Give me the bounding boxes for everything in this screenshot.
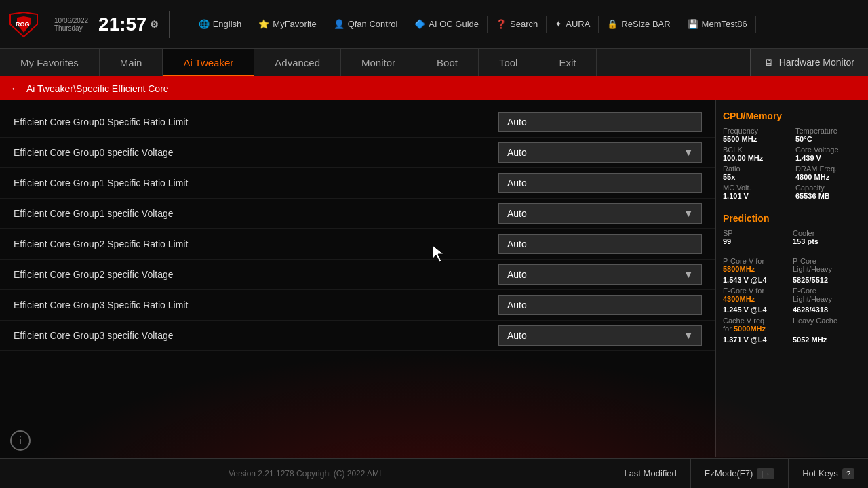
datetime-area: 10/06/2022 Thursday (54, 17, 88, 32)
ecore-v-label-area: E-Core V for 4300MHz (723, 287, 791, 303)
memtest-nav-item[interactable]: 💾 MemTest86 (679, 16, 756, 33)
hw-divider (723, 207, 861, 207)
tab-boot[interactable]: Boot (416, 49, 479, 76)
ezmode-key: |→ (757, 468, 774, 479)
sp-cooler-row: SP 99 Cooler 153 pts (723, 229, 861, 245)
qfan-nav-item[interactable]: 👤 Qfan Control (326, 16, 407, 33)
group0-voltage-value: Auto ▼ (498, 142, 702, 163)
resizebar-label: ReSize BAR (621, 19, 670, 29)
group3-voltage-dropdown[interactable]: Auto ▼ (498, 325, 702, 346)
bclk-label: BCLK 100.00 MHz (723, 146, 789, 162)
hotkeys-label: Hot Keys (802, 468, 838, 479)
group0-ratio-input[interactable]: Auto (498, 112, 702, 132)
version-text: Version 2.21.1278 Copyright (C) 2022 AMI (0, 469, 610, 479)
group1-voltage-dropdown[interactable]: Auto ▼ (498, 203, 702, 224)
dropdown-arrow-icon: ▼ (684, 269, 693, 280)
group1-voltage-value: Auto ▼ (498, 203, 702, 224)
ai-tweaker-label: Ai Tweaker (183, 57, 233, 68)
divider (169, 11, 170, 38)
setting-row-group3-voltage: Efficient Core Group3 specific Voltage A… (0, 321, 715, 351)
memtest-label: MemTest86 (702, 19, 747, 29)
myfavorite-nav-item[interactable]: ⭐ MyFavorite (250, 16, 325, 33)
frequency-label: Frequency 5500 MHz (723, 127, 789, 143)
ecore-header-row: E-Core V for 4300MHz E-Core Light/Heavy (723, 287, 861, 303)
hw-monitor-tab[interactable]: 🖥 Hardware Monitor (750, 49, 868, 76)
question-icon: ❓ (496, 19, 507, 29)
tab-main[interactable]: Main (100, 49, 163, 76)
search-nav-item[interactable]: ❓ Search (488, 16, 547, 33)
footer: Version 2.21.1278 Copyright (C) 2022 AMI… (0, 458, 868, 488)
settings-icon[interactable]: ⚙ (150, 19, 159, 30)
setting-row-group2-ratio: Efficient Core Group2 Specific Ratio Lim… (0, 229, 715, 260)
breadcrumb-path: Ai Tweaker\Specific Efficient Core (26, 83, 169, 94)
rog-logo-icon: ROG (7, 11, 41, 38)
tab-advanced[interactable]: Advanced (254, 49, 341, 76)
star-icon: ⭐ (258, 19, 269, 29)
group3-ratio-input[interactable]: Auto (498, 295, 702, 315)
temperature-label: Temperature 50°C (795, 127, 861, 143)
tab-ai-tweaker[interactable]: Ai Tweaker (163, 49, 254, 76)
hotkeys-button[interactable]: Hot Keys ? (788, 459, 868, 488)
lock-icon: 🔒 (607, 19, 618, 29)
date-display: 10/06/2022 (54, 17, 88, 24)
group0-voltage-dropdown[interactable]: Auto ▼ (498, 142, 702, 163)
aiocguide-nav-item[interactable]: 🔷 AI OC Guide (406, 16, 488, 33)
tab-monitor[interactable]: Monitor (341, 49, 416, 76)
tab-exit[interactable]: Exit (538, 49, 597, 76)
prediction-title: Prediction (723, 213, 861, 224)
pcore-header-row: P-Core V for 5800MHz P-Core Light/Heavy (723, 257, 861, 273)
setting-row-group0-ratio: Efficient Core Group0 Specific Ratio Lim… (0, 107, 715, 138)
dropdown-arrow-icon: ▼ (684, 330, 693, 341)
hw-monitor-tab-label: Hardware Monitor (779, 57, 854, 68)
memory-icon: 💾 (688, 19, 698, 29)
language-nav-item[interactable]: 🌐 English (191, 16, 251, 33)
qfan-icon: 👤 (334, 19, 344, 29)
ezmode-label: EzMode(F7) (705, 468, 753, 479)
setting-row-group2-voltage: Efficient Core Group2 specific Voltage A… (0, 260, 715, 290)
logo-area: ROG (7, 11, 41, 38)
resizebar-nav-item[interactable]: 🔒 ReSize BAR (599, 16, 679, 33)
group1-ratio-label: Efficient Core Group1 Specific Ratio Lim… (14, 178, 498, 188)
group0-voltage-label: Efficient Core Group0 specific Voltage (14, 147, 498, 158)
aiocguide-label: AI OC Guide (429, 19, 479, 29)
breadcrumb: ← Ai Tweaker\Specific Efficient Core (0, 77, 868, 100)
group1-ratio-input[interactable]: Auto (498, 173, 702, 193)
svg-text:ROG: ROG (16, 21, 30, 28)
pcore-lh-label-area: P-Core Light/Heavy (793, 257, 861, 273)
tab-my-favorites[interactable]: My Favorites (0, 49, 100, 76)
info-icon: i (19, 435, 21, 446)
pcore-volt-value: 1.543 V @L4 (723, 276, 791, 284)
group0-ratio-value: Auto (498, 112, 702, 132)
group3-voltage-value: Auto ▼ (498, 325, 702, 346)
group2-ratio-input[interactable]: Auto (498, 234, 702, 254)
tab-tool[interactable]: Tool (479, 49, 539, 76)
dropdown-arrow-icon: ▼ (684, 208, 693, 219)
ecore-lh-label-area: E-Core Light/Heavy (793, 287, 861, 303)
group2-voltage-dropdown[interactable]: Auto ▼ (498, 264, 702, 285)
header-nav: 🌐 English ⭐ MyFavorite 👤 Qfan Control 🔷 … (180, 16, 861, 33)
main-nav: My Favorites Main Ai Tweaker Advanced Mo… (0, 49, 868, 77)
header: ROG 10/06/2022 Thursday 21:57 ⚙ 🌐 Englis… (0, 0, 868, 49)
group2-ratio-value: Auto (498, 234, 702, 254)
aura-icon: ✦ (555, 19, 562, 29)
dropdown-arrow-icon: ▼ (684, 147, 693, 158)
group2-ratio-label: Efficient Core Group2 Specific Ratio Lim… (14, 239, 498, 249)
cooler-area: Cooler 153 pts (793, 229, 861, 245)
last-modified-label: Last Modified (624, 468, 676, 479)
language-icon: 🌐 (199, 19, 210, 29)
cache-header-row: Cache V req for 5000MHz Heavy Cache (723, 317, 861, 333)
cache-heavy-value: 5052 MHz (793, 336, 861, 344)
group2-voltage-value: Auto ▼ (498, 264, 702, 285)
back-button[interactable]: ← (10, 83, 21, 95)
qfan-label: Qfan Control (348, 19, 398, 29)
aura-nav-item[interactable]: ✦ AURA (547, 16, 599, 33)
dram-freq-label: DRAM Freq. 4800 MHz (795, 165, 861, 181)
last-modified-button[interactable]: Last Modified (610, 459, 690, 488)
ezmode-button[interactable]: EzMode(F7) |→ (690, 459, 788, 488)
pcore-values-row: 1.543 V @L4 5825/5512 (723, 276, 861, 284)
group2-voltage-label: Efficient Core Group2 specific Voltage (14, 269, 498, 280)
sp-area: SP 99 (723, 229, 791, 245)
time-value: 21:57 (98, 14, 147, 35)
info-button[interactable]: i (10, 430, 31, 451)
ai-icon: 🔷 (414, 19, 425, 29)
